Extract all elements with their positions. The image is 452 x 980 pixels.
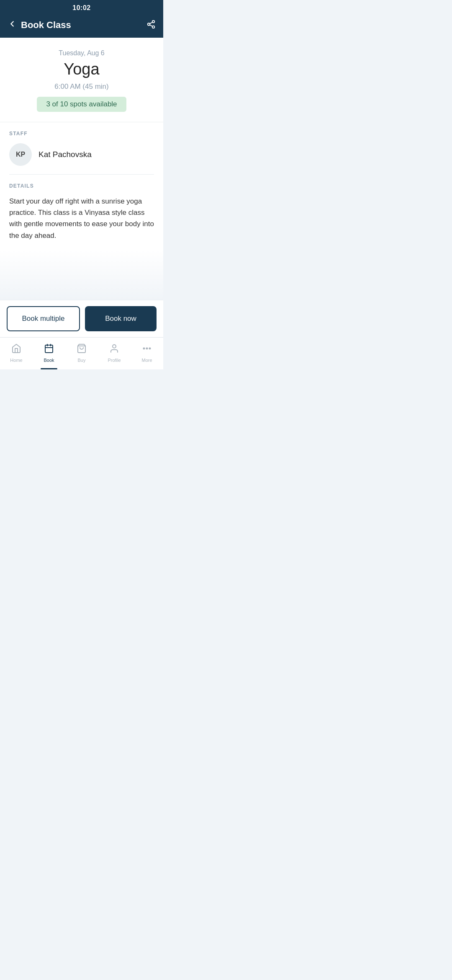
book-icon [44,343,54,356]
home-icon [11,343,21,356]
svg-rect-5 [45,345,53,353]
spots-badge: 3 of 10 spots available [37,97,126,112]
nav-label-more: More [141,358,152,363]
svg-point-13 [149,348,151,349]
back-button[interactable] [8,19,17,31]
header-left: Book Class [8,19,71,31]
nav-item-home[interactable]: Home [0,341,33,365]
svg-line-4 [150,22,152,23]
staff-section-label: STAFF [9,131,154,137]
buy-icon [77,343,87,356]
class-info-section: Tuesday, Aug 6 Yoga 6:00 AM (45 min) 3 o… [0,38,163,122]
bottom-nav: Home Book Buy [0,337,163,369]
svg-point-12 [146,348,148,349]
staff-section: STAFF KP Kat Pachovska [0,122,163,175]
class-date: Tuesday, Aug 6 [8,49,155,57]
book-now-button[interactable]: Book now [85,306,157,331]
nav-label-home: Home [10,358,22,363]
svg-line-3 [150,25,152,26]
more-icon [142,343,152,356]
header-title: Book Class [21,20,71,31]
action-buttons: Book multiple Book now [0,300,163,337]
status-bar: 10:02 [0,0,163,14]
nav-label-buy: Buy [78,358,86,363]
nav-label-profile: Profile [108,358,121,363]
class-name: Yoga [8,60,155,78]
book-multiple-button[interactable]: Book multiple [7,306,80,331]
details-section-label: DETAILS [9,183,154,189]
nav-label-book: Book [44,358,54,363]
staff-avatar: KP [9,143,32,166]
status-time: 10:02 [72,4,90,11]
class-time: 6:00 AM (45 min) [8,83,155,91]
staff-name: Kat Pachovska [39,150,92,159]
profile-icon [109,343,119,356]
content-spacer [0,250,163,300]
nav-item-book[interactable]: Book [33,341,65,365]
staff-initials: KP [16,151,25,158]
share-button[interactable] [146,20,156,31]
staff-row: KP Kat Pachovska [9,143,154,175]
nav-item-more[interactable]: More [131,341,163,365]
main-content: Tuesday, Aug 6 Yoga 6:00 AM (45 min) 3 o… [0,38,163,369]
details-text: Start your day off right with a sunrise … [9,196,154,241]
nav-item-buy[interactable]: Buy [65,341,98,365]
details-section: DETAILS Start your day off right with a … [0,175,163,250]
nav-item-profile[interactable]: Profile [98,341,131,365]
app-header: Book Class [0,14,163,38]
svg-point-11 [144,348,145,349]
svg-point-10 [113,345,116,348]
